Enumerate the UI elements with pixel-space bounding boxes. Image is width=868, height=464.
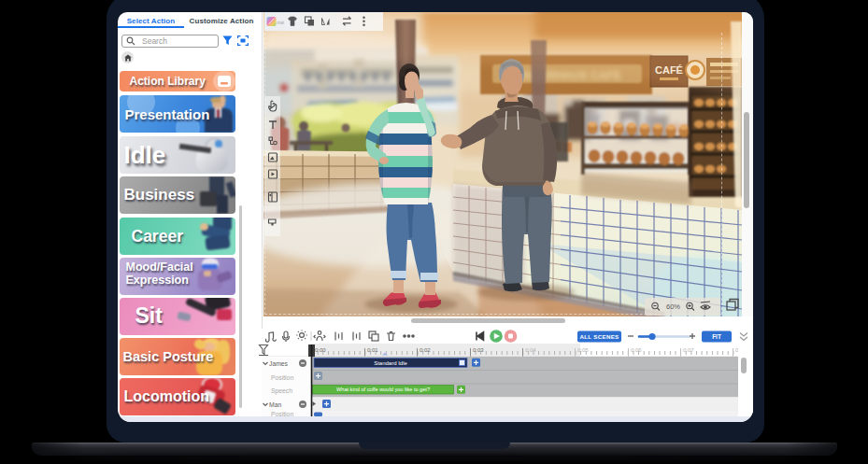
svg-text:0:03: 0:03: [473, 347, 484, 353]
svg-text:Speech: Speech: [271, 387, 292, 395]
svg-text:James: James: [269, 360, 289, 367]
svg-text:60%: 60%: [666, 302, 680, 311]
svg-text:0:04: 0:04: [525, 347, 536, 353]
svg-text:0:02: 0:02: [420, 347, 431, 353]
svg-text:0:00: 0:00: [315, 347, 326, 353]
svg-text:0:07: 0:07: [683, 347, 694, 353]
svg-text:ALL SCENES: ALL SCENES: [579, 333, 619, 340]
svg-text:Position: Position: [271, 374, 293, 381]
svg-text:Standard Idle: Standard Idle: [374, 360, 407, 366]
svg-text:0:06: 0:06: [631, 347, 642, 353]
svg-text:0:01: 0:01: [367, 347, 378, 353]
svg-text:What kind of coffe would you l: What kind of coffe would you like to get…: [336, 387, 430, 392]
svg-text:FIT: FIT: [712, 333, 721, 340]
svg-text:Man: Man: [269, 401, 281, 408]
svg-text:Position: Position: [271, 411, 293, 417]
svg-text:mat: mat: [277, 21, 285, 25]
svg-text:0:05: 0:05: [577, 347, 589, 353]
